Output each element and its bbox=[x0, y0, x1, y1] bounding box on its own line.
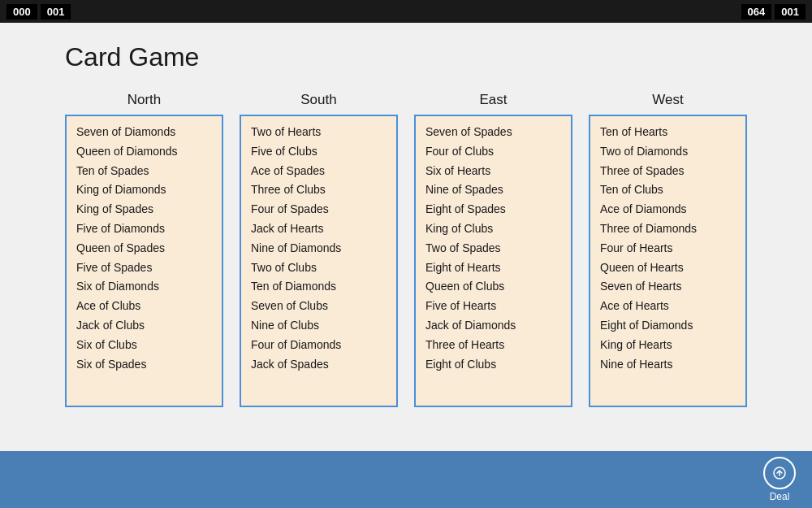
card-item-south-10: Nine of Clubs bbox=[251, 316, 387, 336]
card-list-east: Seven of SpadesFour of ClubsSix of Heart… bbox=[414, 115, 572, 407]
column-header-west: West bbox=[652, 92, 683, 108]
badge-001-left: 001 bbox=[41, 4, 71, 20]
card-item-north-12: Six of Spades bbox=[76, 355, 212, 375]
card-item-east-1: Four of Clubs bbox=[425, 142, 561, 162]
card-item-south-11: Four of Diamonds bbox=[251, 336, 387, 355]
top-bar-right: 064 001 bbox=[741, 4, 806, 20]
deal-button[interactable]: Deal bbox=[763, 457, 796, 502]
card-item-west-3: Ten of Clubs bbox=[600, 180, 736, 200]
card-item-west-5: Three of Diamonds bbox=[600, 219, 736, 239]
card-item-south-2: Ace of Spades bbox=[251, 162, 387, 181]
card-item-west-10: Eight of Diamonds bbox=[600, 316, 736, 336]
card-item-west-4: Ace of Diamonds bbox=[600, 200, 736, 219]
card-list-west: Ten of HeartsTwo of DiamondsThree of Spa… bbox=[589, 115, 747, 407]
card-item-south-5: Jack of Hearts bbox=[251, 219, 387, 239]
card-item-west-12: Nine of Hearts bbox=[600, 355, 736, 375]
card-item-north-7: Five of Spades bbox=[76, 258, 212, 278]
deal-icon bbox=[773, 467, 786, 480]
card-item-east-7: Eight of Hearts bbox=[425, 258, 561, 278]
card-item-north-3: King of Diamonds bbox=[76, 180, 212, 200]
card-item-east-11: Three of Hearts bbox=[425, 336, 561, 355]
badge-064: 064 bbox=[741, 4, 772, 20]
deal-circle bbox=[763, 457, 796, 489]
card-item-west-7: Queen of Hearts bbox=[600, 258, 736, 278]
card-item-west-0: Ten of Hearts bbox=[600, 123, 736, 142]
card-item-east-12: Eight of Clubs bbox=[425, 355, 561, 375]
card-item-south-7: Two of Clubs bbox=[251, 258, 387, 278]
card-item-south-0: Two of Hearts bbox=[251, 123, 387, 142]
card-item-south-6: Nine of Diamonds bbox=[251, 239, 387, 258]
column-south: SouthTwo of HeartsFive of ClubsAce of Sp… bbox=[240, 92, 398, 407]
card-list-north: Seven of DiamondsQueen of DiamondsTen of… bbox=[65, 115, 223, 407]
card-item-north-9: Ace of Clubs bbox=[76, 297, 212, 316]
column-east: EastSeven of SpadesFour of ClubsSix of H… bbox=[414, 92, 572, 407]
card-item-north-10: Jack of Clubs bbox=[76, 316, 212, 336]
card-item-west-6: Four of Hearts bbox=[600, 239, 736, 258]
columns-container: NorthSeven of DiamondsQueen of DiamondsT… bbox=[65, 92, 747, 407]
column-north: NorthSeven of DiamondsQueen of DiamondsT… bbox=[65, 92, 223, 407]
badge-000: 000 bbox=[6, 4, 37, 20]
card-item-south-9: Seven of Clubs bbox=[251, 297, 387, 316]
top-bar-left: 000 001 bbox=[6, 4, 71, 20]
card-item-north-2: Ten of Spades bbox=[76, 162, 212, 181]
deal-label: Deal bbox=[770, 491, 790, 502]
card-item-east-3: Nine of Spades bbox=[425, 180, 561, 200]
card-item-west-1: Two of Diamonds bbox=[600, 142, 736, 162]
column-header-east: East bbox=[479, 92, 507, 108]
top-bar: 000 001 064 001 bbox=[0, 0, 812, 23]
card-item-east-2: Six of Hearts bbox=[425, 162, 561, 181]
card-item-east-10: Jack of Diamonds bbox=[425, 316, 561, 336]
card-item-west-8: Seven of Hearts bbox=[600, 277, 736, 297]
card-item-east-8: Queen of Clubs bbox=[425, 277, 561, 297]
card-item-north-11: Six of Clubs bbox=[76, 336, 212, 355]
card-item-east-0: Seven of Spades bbox=[425, 123, 561, 142]
card-item-south-12: Jack of Spades bbox=[251, 355, 387, 375]
card-item-north-5: Five of Diamonds bbox=[76, 219, 212, 239]
badge-001-right: 001 bbox=[775, 4, 806, 20]
page-title: Card Game bbox=[65, 42, 747, 72]
card-item-east-6: Two of Spades bbox=[425, 239, 561, 258]
card-item-north-4: King of Spades bbox=[76, 200, 212, 219]
card-item-south-4: Four of Spades bbox=[251, 200, 387, 219]
card-item-west-2: Three of Spades bbox=[600, 162, 736, 181]
card-item-east-5: King of Clubs bbox=[425, 219, 561, 239]
card-item-north-1: Queen of Diamonds bbox=[76, 142, 212, 162]
card-item-east-9: Five of Hearts bbox=[425, 297, 561, 316]
bottom-bar: Deal bbox=[0, 451, 812, 508]
card-item-north-8: Six of Diamonds bbox=[76, 277, 212, 297]
card-item-south-1: Five of Clubs bbox=[251, 142, 387, 162]
card-list-south: Two of HeartsFive of ClubsAce of SpadesT… bbox=[240, 115, 398, 407]
column-header-north: North bbox=[127, 92, 162, 108]
card-item-south-8: Ten of Diamonds bbox=[251, 277, 387, 297]
card-item-north-0: Seven of Diamonds bbox=[76, 123, 212, 142]
main-content: Card Game NorthSeven of DiamondsQueen of… bbox=[0, 23, 812, 451]
column-header-south: South bbox=[300, 92, 336, 108]
card-item-west-11: King of Hearts bbox=[600, 336, 736, 355]
column-west: WestTen of HeartsTwo of DiamondsThree of… bbox=[589, 92, 747, 407]
card-item-north-6: Queen of Spades bbox=[76, 239, 212, 258]
card-item-west-9: Ace of Hearts bbox=[600, 297, 736, 316]
card-item-east-4: Eight of Spades bbox=[425, 200, 561, 219]
card-item-south-3: Three of Clubs bbox=[251, 180, 387, 200]
